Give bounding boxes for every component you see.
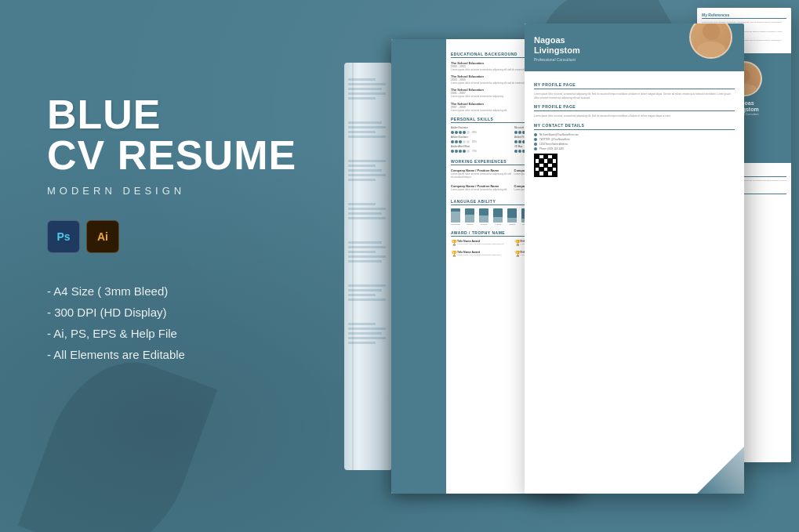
- cv-right-inner: NagoasLivingstom Professional Consultant…: [525, 24, 744, 494]
- cv-profile-section-2: My Profile Page: [534, 104, 735, 111]
- cv-name: NagoasLivingstom: [534, 35, 684, 56]
- subtitle: MODERN DESIGN: [47, 185, 296, 197]
- contact-phone: Phone: (000) 124-1240: [534, 147, 735, 150]
- award-3: 🏆 Title Name AwardLorem ipsum dolor sit …: [451, 251, 512, 257]
- left-content: BLUE CV RESUME MODERN DESIGN Ps Ai - A4 …: [47, 94, 296, 361]
- contact-address: 1234 Street Name Address: [534, 143, 735, 146]
- skill-row-1: Adobe Illustrator: [451, 126, 511, 129]
- illustrator-badge: Ai: [86, 220, 119, 253]
- feature-item-4: - All Elements are Editable: [47, 348, 296, 361]
- award-1: 🏆 Title Name AwardLorem ipsum dolor sit …: [451, 240, 512, 246]
- leaf-shadow-bottom: [18, 342, 218, 532]
- contact-twitter: TWITTER: @YourNameHere: [534, 138, 735, 141]
- cv-exp-3: Company Name / Position Name Lorem ipsum…: [451, 184, 512, 191]
- skill-row-2: Adobe Illustrator: [451, 136, 511, 139]
- references-title: My References: [702, 13, 786, 19]
- cv-profile-text: Lorem ipsum dolor sit amet, consectetur …: [534, 92, 735, 100]
- features-list: - A4 Size ( 3mm Bleed) - 300 DPI (HD Dis…: [47, 284, 296, 361]
- cv-profile-text-2: Lorem ipsum dolor sit amet, consectetur …: [534, 114, 735, 118]
- cv-contact-section: My Contact Details: [534, 123, 735, 130]
- cv-sidebar: [391, 39, 446, 494]
- skill-row-3: Adobe After Effect: [451, 145, 511, 148]
- cv-exp-1: Company Name / Position Name Lorem ipsum…: [451, 168, 512, 179]
- feature-item-1: - A4 Size ( 3mm Bleed): [47, 284, 296, 298]
- mockup-area: Educational Background The School Educat…: [297, 0, 799, 532]
- cv-job-title: Professional Consultant: [534, 57, 684, 62]
- feature-item-3: - Ai, PS, EPS & Help File: [47, 327, 296, 340]
- title-line2: CV RESUME: [47, 135, 296, 176]
- paper-roll: [344, 63, 391, 470]
- cv-right-header: NagoasLivingstom Professional Consultant: [525, 24, 744, 71]
- cv-profile-section: My Profile Page: [534, 82, 735, 89]
- cv-page-right: NagoasLivingstom Professional Consultant…: [525, 24, 744, 494]
- title-line1: BLUE: [47, 94, 296, 135]
- paper-roll-inner: [344, 63, 391, 470]
- photoshop-badge: Ps: [47, 220, 80, 253]
- feature-item-2: - 300 DPI (HD Display): [47, 306, 296, 319]
- qr-code: [534, 154, 557, 177]
- cv-right-body: My Profile Page Lorem ipsum dolor sit am…: [525, 71, 744, 183]
- roll-text-lines: [344, 78, 391, 344]
- contact-email: Mr.SomeName@YourNameHere.com: [534, 133, 735, 136]
- software-badges: Ps Ai: [47, 220, 296, 253]
